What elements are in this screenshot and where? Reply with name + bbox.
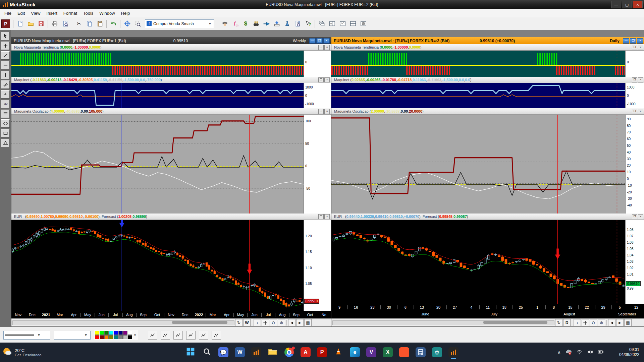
pan-button[interactable] xyxy=(262,319,269,326)
price-plot[interactable] xyxy=(331,220,625,304)
text-tool[interactable]: abc xyxy=(1,100,10,108)
minimize-button[interactable]: — xyxy=(611,1,621,8)
zoom-in-button[interactable]: ⊕ xyxy=(278,319,285,326)
refresh-button[interactable]: ↻ xyxy=(235,319,243,326)
close-button[interactable]: × xyxy=(637,38,643,44)
color-swatch[interactable] xyxy=(114,335,118,339)
restore-button[interactable]: ❒ xyxy=(316,38,323,44)
reports-button[interactable] xyxy=(292,19,303,29)
zoom-out-button[interactable]: ⊖ xyxy=(270,319,277,326)
taskbar-chess[interactable]: ♔ xyxy=(430,345,444,359)
forecaster-button[interactable] xyxy=(261,19,271,29)
data-table-button[interactable]: ▦ xyxy=(304,319,312,326)
fibonacci-tool[interactable] xyxy=(1,110,10,118)
scroll-left-button[interactable]: ◄ xyxy=(288,319,296,326)
volume[interactable] xyxy=(587,349,593,356)
scroll-left-button[interactable]: ◄ xyxy=(608,319,615,326)
open-chart-button[interactable] xyxy=(25,19,36,29)
copy-button[interactable] xyxy=(84,19,94,29)
rectangle-tool[interactable] xyxy=(1,129,10,137)
trendline-tool[interactable] xyxy=(1,51,10,60)
new-chart-button[interactable] xyxy=(15,19,25,29)
taskbar-acrobat[interactable]: A xyxy=(299,345,313,359)
taskbar-search[interactable] xyxy=(200,345,214,359)
zoom-area-button[interactable] xyxy=(132,19,143,29)
downloader-button[interactable] xyxy=(272,19,282,29)
color-swatch[interactable] xyxy=(95,335,99,339)
taskbar-brave[interactable] xyxy=(397,345,411,359)
triangle-tool[interactable] xyxy=(1,139,10,147)
close-panel-button[interactable]: × xyxy=(638,45,643,50)
color-swatch[interactable] xyxy=(104,331,109,335)
maquinet-plot[interactable] xyxy=(331,83,625,108)
periodicity-button[interactable]: D xyxy=(563,319,571,326)
cascade-windows-button[interactable] xyxy=(317,19,327,29)
color-swatch[interactable] xyxy=(100,335,104,339)
indicator-builder-button[interactable]: ƒ(x) xyxy=(230,19,240,29)
color-swatch[interactable] xyxy=(100,331,104,335)
battery[interactable] xyxy=(598,349,604,356)
print-button[interactable] xyxy=(50,19,60,29)
date-axis[interactable]: NovDec2021MarAprMayJunJulAugSepOctNovDec… xyxy=(11,311,331,318)
restore-panel-button[interactable]: ❒ xyxy=(632,109,637,114)
minimize-button[interactable]: — xyxy=(623,38,629,44)
wifi[interactable] xyxy=(576,349,582,356)
save-button[interactable] xyxy=(36,19,46,29)
zigzag-3-button[interactable] xyxy=(173,331,183,340)
restore-panel-button[interactable]: ❒ xyxy=(632,214,637,219)
menu-tools[interactable]: Tools xyxy=(80,10,96,17)
chart-title-bar[interactable]: EURUSD Nova Maquineta.mwl - [EUR=] FOREX… xyxy=(11,37,331,44)
pan-button[interactable] xyxy=(582,319,589,326)
taskbar-metastock-active[interactable] xyxy=(446,345,461,359)
close-panel-button[interactable]: × xyxy=(324,45,330,50)
tile-windows-button[interactable] xyxy=(327,19,337,29)
color-swatch[interactable] xyxy=(128,335,132,339)
scanner-button[interactable] xyxy=(251,19,261,29)
oscilacao-plot[interactable] xyxy=(331,115,625,214)
undo-button[interactable] xyxy=(108,19,118,29)
taskbar-chrome[interactable] xyxy=(282,345,296,359)
print-preview-button[interactable] xyxy=(60,19,70,29)
color-swatch[interactable] xyxy=(104,335,109,339)
scale-button[interactable]: ↕ xyxy=(574,319,581,326)
ellipse-tool[interactable] xyxy=(1,119,10,128)
parallel-lines-tool[interactable] xyxy=(1,80,10,89)
restore-panel-button[interactable]: ❒ xyxy=(632,45,637,50)
tendencia-plot[interactable] xyxy=(11,51,304,77)
maquinet-plot[interactable] xyxy=(11,83,304,108)
tray-chevron[interactable]: ∧ xyxy=(557,350,561,355)
menu-help[interactable]: Help xyxy=(118,10,133,17)
periodicity-button[interactable]: W xyxy=(243,319,251,326)
menu-window[interactable]: Window xyxy=(96,10,118,17)
taskbar-visual-studio[interactable]: V xyxy=(364,345,378,359)
layout-settings-button[interactable] xyxy=(358,19,368,29)
close-panel-button[interactable]: × xyxy=(324,214,330,219)
zoom-out-button[interactable]: ⊖ xyxy=(590,319,597,326)
system-tester-button[interactable] xyxy=(282,19,292,29)
refresh-button[interactable]: ↻ xyxy=(555,319,562,326)
restore-panel-button[interactable]: ❒ xyxy=(318,109,324,114)
zigzag-5-button[interactable] xyxy=(199,331,208,340)
power-console-button[interactable]: P xyxy=(1,19,10,28)
taskbar-metastock[interactable] xyxy=(249,345,263,359)
data-table-button[interactable]: ▦ xyxy=(624,319,632,326)
scroll-right-button[interactable]: ► xyxy=(616,319,624,326)
tendencia-plot[interactable] xyxy=(331,51,625,77)
pointer-tool[interactable] xyxy=(1,32,10,40)
taskbar-acrobat-reader[interactable]: P xyxy=(315,345,329,359)
menu-insert[interactable]: Insert xyxy=(43,10,60,17)
cut-button[interactable]: ✂ xyxy=(74,19,84,29)
close-button[interactable]: ✕ xyxy=(633,1,643,8)
horizontal-line-tool[interactable] xyxy=(1,61,10,69)
color-swatch[interactable] xyxy=(109,331,113,335)
cycle-lines-tool[interactable] xyxy=(1,90,10,99)
color-swatch[interactable] xyxy=(114,331,118,335)
price-plot[interactable] xyxy=(11,220,304,311)
date-axis-months[interactable]: JuneJulyAugustSeptember xyxy=(331,311,644,318)
menu-file[interactable]: File xyxy=(1,10,14,17)
taskbar-calculator[interactable] xyxy=(414,345,428,359)
chart-title-bar[interactable]: EURUSD Nova Maquineta.mwl - [EUR=] FOREX… xyxy=(331,37,644,44)
color-swatch[interactable] xyxy=(109,335,113,339)
taskbar-clock[interactable]: 09:31 04/09/2022 xyxy=(619,347,639,357)
restore-button[interactable]: ❒ xyxy=(630,38,636,44)
